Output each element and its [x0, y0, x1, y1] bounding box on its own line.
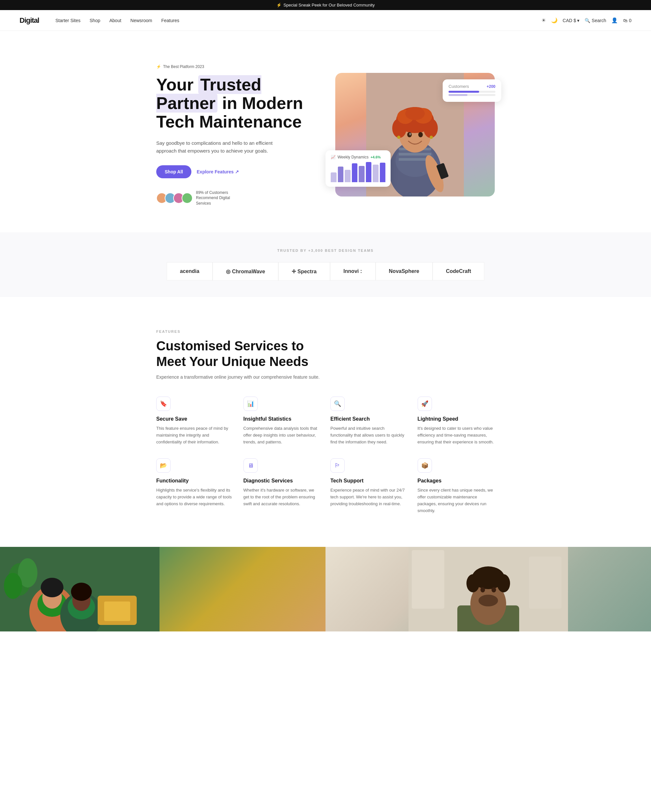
bar-2 — [338, 166, 344, 182]
customers-count: +200 — [487, 84, 495, 89]
logo-codecraft: CodeCraft — [432, 262, 484, 281]
svg-point-29 — [71, 583, 92, 601]
hero-buttons: Shop All Explore Features ↗ — [156, 165, 316, 178]
dark-mode-icon[interactable]: 🌙 — [551, 17, 558, 23]
cart-button[interactable]: 🛍 0 — [623, 18, 631, 23]
svg-point-40 — [466, 574, 480, 592]
dynamics-header: 📈 Weekly Dynamics +4.6% — [331, 155, 385, 159]
logo-acendia-text: acendia — [180, 269, 200, 274]
feature-diagnostic-services: 🖥 Diagnostic Services Whether it's hardw… — [243, 458, 321, 514]
customers-progress-bar-2 — [449, 94, 495, 96]
bolt-icon: ⚡ — [277, 3, 281, 8]
nav-links: Starter Sites Shop About Newsroom Featur… — [55, 18, 179, 23]
efficient-search-title: Efficient Search — [330, 416, 408, 422]
bar-3 — [345, 170, 351, 182]
trusted-label: TRUSTED BY +3,000 BEST DESIGN TEAMS — [26, 249, 625, 252]
dynamics-badge: +4.6% — [370, 155, 381, 159]
feature-functionality: 📂 Functionality Highlights the service's… — [156, 458, 234, 514]
nav-about[interactable]: About — [109, 18, 121, 23]
feature-insightful-statistics: 📊 Insightful Statistics Comprehensive da… — [243, 397, 321, 446]
nav-shop[interactable]: Shop — [90, 18, 100, 23]
light-mode-icon[interactable]: ☀ — [541, 17, 546, 23]
tech-support-title: Tech Support — [330, 478, 408, 484]
features-label: FEATURES — [156, 330, 495, 333]
hero-right: Customers +200 📈 Weekly Dynamics +4.6% — [335, 73, 495, 197]
secure-save-icon: 🔖 — [156, 397, 171, 411]
svg-point-42 — [480, 587, 485, 592]
svg-point-32 — [4, 573, 22, 599]
bar-4 — [352, 163, 358, 182]
trusted-section: TRUSTED BY +3,000 BEST DESIGN TEAMS acen… — [0, 232, 651, 297]
cart-icon: 🛍 — [623, 18, 628, 23]
hero-description: Say goodbye to complications and hello t… — [156, 139, 293, 155]
logo-spectra: ✛ Spectra — [278, 262, 330, 281]
svg-point-41 — [497, 574, 510, 592]
logos-row: acendia ◎ ChromaWave ✛ Spectra Innovi : … — [26, 262, 625, 281]
hero-social-proof: 89% of Customers Recommend Digital Servi… — [156, 190, 316, 206]
functionality-icon: 📂 — [156, 458, 171, 473]
bar-5 — [359, 166, 365, 182]
efficient-search-desc: Powerful and intuitive search functional… — [330, 425, 408, 446]
bar-6 — [366, 162, 372, 182]
bottom-photo-left — [0, 547, 326, 632]
nav-features[interactable]: Features — [161, 18, 179, 23]
hero-section: ⚡ The Best Platform 2023 Your Trusted Pa… — [130, 37, 521, 226]
svg-point-18 — [429, 136, 433, 139]
logo-spectra-text: ✛ Spectra — [292, 269, 316, 275]
avatar-label: 89% of Customers Recommend Digital Servi… — [196, 190, 241, 206]
nav-newsroom[interactable]: Newsroom — [130, 18, 152, 23]
account-icon[interactable]: 👤 — [611, 17, 618, 23]
explore-features-button[interactable]: Explore Features ↗ — [197, 169, 239, 174]
nav-starter-sites[interactable]: Starter Sites — [55, 18, 80, 23]
currency-selector[interactable]: CAD $ ▾ — [563, 18, 579, 23]
svg-rect-34 — [104, 601, 130, 621]
svg-point-44 — [478, 595, 498, 606]
packages-title: Packages — [418, 478, 495, 484]
svg-point-17 — [397, 136, 400, 139]
avatar-stack — [156, 192, 193, 204]
secure-save-desc: This feature ensures peace of mind by ma… — [156, 425, 234, 446]
shop-all-button[interactable]: Shop All — [156, 165, 191, 178]
logo-novasphere: NovaSphere — [376, 262, 432, 281]
feature-efficient-search: 🔍 Efficient Search Powerful and intuitiv… — [330, 397, 408, 446]
diagnostic-services-title: Diagnostic Services — [243, 478, 321, 484]
navbar-right: ☀ 🌙 CAD $ ▾ 🔍 Search 👤 🛍 0 — [541, 17, 631, 23]
tech-support-icon: 🏳 — [330, 458, 345, 473]
insightful-statistics-desc: Comprehensive data analysis tools that o… — [243, 425, 321, 446]
functionality-desc: Highlights the service's flexibility and… — [156, 487, 234, 507]
customers-progress-bar — [449, 91, 495, 93]
lightning-speed-icon: 🚀 — [418, 397, 432, 411]
features-section: FEATURES Customised Services to Meet You… — [130, 304, 521, 540]
bar-chart — [331, 163, 385, 182]
search-icon: 🔍 — [585, 18, 590, 23]
svg-point-13 — [405, 107, 425, 120]
functionality-title: Functionality — [156, 478, 234, 484]
logo-innovi-text: Innovi : — [344, 269, 362, 274]
feature-secure-save: 🔖 Secure Save This feature ensures peace… — [156, 397, 234, 446]
insightful-statistics-icon: 📊 — [243, 397, 258, 411]
tech-support-desc: Experience peace of mind with our 24/7 t… — [330, 487, 408, 507]
feature-tech-support: 🏳 Tech Support Experience peace of mind … — [330, 458, 408, 514]
diagnostic-services-desc: Whether it's hardware or software, we ge… — [243, 487, 321, 507]
svg-point-15 — [418, 132, 423, 137]
svg-point-25 — [41, 578, 63, 597]
logo-innovi: Innovi : — [330, 262, 376, 281]
insightful-statistics-title: Insightful Statistics — [243, 416, 321, 422]
feature-lightning-speed: 🚀 Lightning Speed It's designed to cater… — [418, 397, 495, 446]
logo-chromawave-text: ◎ ChromaWave — [226, 269, 265, 275]
customers-card: Customers +200 — [443, 79, 501, 102]
svg-rect-45 — [412, 550, 444, 609]
bottom-image-right — [326, 547, 651, 632]
logo-novasphere-text: NovaSphere — [389, 269, 419, 274]
bottom-images-section — [0, 547, 651, 632]
feature-packages: 📦 Packages Since every client has unique… — [418, 458, 495, 514]
hero-badge: ⚡ The Best Platform 2023 — [156, 64, 204, 69]
search-button[interactable]: 🔍 Search — [585, 18, 606, 23]
dynamics-card: 📈 Weekly Dynamics +4.6% — [326, 150, 391, 187]
dynamics-label: Weekly Dynamics — [338, 155, 368, 159]
bar-8 — [380, 163, 386, 182]
features-title: Customised Services to Meet Your Unique … — [156, 338, 319, 369]
secure-save-title: Secure Save — [156, 416, 234, 422]
logo[interactable]: Digital — [20, 16, 39, 25]
bar-1 — [331, 172, 336, 182]
